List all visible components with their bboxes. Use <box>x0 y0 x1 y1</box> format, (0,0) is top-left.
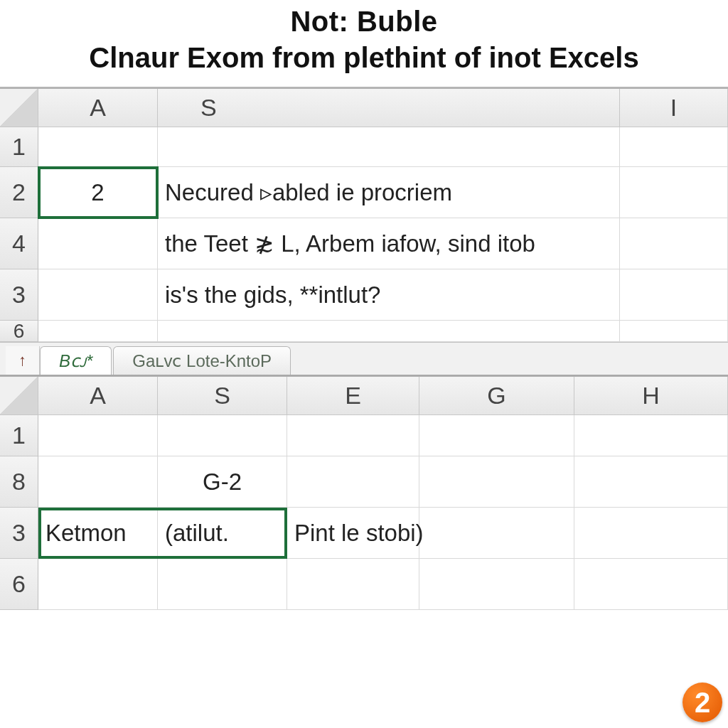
cell[interactable] <box>158 127 620 167</box>
cell[interactable] <box>38 456 158 508</box>
cell[interactable] <box>158 321 620 342</box>
row-header[interactable]: 3 <box>0 508 38 559</box>
cell[interactable] <box>158 559 287 610</box>
cell[interactable] <box>419 415 574 456</box>
cell[interactable]: G-2 <box>158 456 287 508</box>
row-header[interactable]: 8 <box>0 456 38 508</box>
cell-text: Necured ▹abled ie procriem <box>165 178 452 206</box>
cell[interactable] <box>287 559 419 610</box>
page-subtitle: Clnaur Exom from plethint of inot Excels <box>0 42 728 74</box>
spreadsheet-top: A S I 1 2 2 Necured ▹abled ie procriem 4… <box>0 88 728 376</box>
cell[interactable]: is's the gids, **intlut? <box>158 269 620 321</box>
row-header[interactable]: 2 <box>0 167 38 218</box>
cell[interactable] <box>158 415 287 456</box>
cell-text: the Teet ≵ L, Arbem iafow, sind itob <box>165 230 535 257</box>
cell[interactable] <box>287 415 419 456</box>
cell[interactable] <box>620 321 728 342</box>
row-header[interactable]: 1 <box>0 415 38 456</box>
sheet-tab-strip: ↑ Bᴄᴊ* Gaʟvᴄ Lote-KntoP <box>0 342 728 376</box>
cell[interactable] <box>574 456 728 508</box>
select-all-corner[interactable] <box>0 89 38 127</box>
column-header-s[interactable]: S <box>158 377 287 415</box>
row-header[interactable]: 1 <box>0 127 38 167</box>
cell[interactable] <box>620 127 728 167</box>
sheet-tab[interactable]: Gaʟvᴄ Lote-KntoP <box>113 346 291 375</box>
column-header-a[interactable]: A <box>38 377 158 415</box>
select-all-corner[interactable] <box>0 377 38 415</box>
row-header[interactable]: 3 <box>0 269 38 321</box>
row-header[interactable]: 6 <box>0 559 38 610</box>
step-badge: 2 <box>682 682 722 722</box>
cell[interactable] <box>620 218 728 269</box>
cell[interactable] <box>38 218 158 269</box>
cell[interactable] <box>419 559 574 610</box>
cell[interactable] <box>38 415 158 456</box>
column-header-a[interactable]: A <box>38 89 158 127</box>
cell-s3[interactable]: (atilut. <box>158 508 287 559</box>
sheet-tab-active[interactable]: Bᴄᴊ* <box>40 346 112 375</box>
column-header-i[interactable]: I <box>620 89 728 127</box>
spreadsheet-bottom: A S E G H 1 8 G-2 3 Ketmon (atilut. Pint… <box>0 376 728 610</box>
row-header[interactable]: 6 <box>0 321 38 342</box>
column-header-s[interactable]: S <box>158 89 620 127</box>
page-title: Not: Buble <box>0 6 728 38</box>
cell[interactable] <box>38 321 158 342</box>
column-header-e[interactable]: E <box>287 377 419 415</box>
cell[interactable] <box>419 508 574 559</box>
cell[interactable] <box>287 456 419 508</box>
cell-text: Pint le stobi) <box>294 520 424 547</box>
cell-a2-selected[interactable]: 2 <box>38 167 158 218</box>
cell[interactable] <box>38 559 158 610</box>
cell[interactable] <box>574 559 728 610</box>
cell[interactable] <box>574 508 728 559</box>
cell[interactable] <box>574 415 728 456</box>
cell[interactable]: the Teet ≵ L, Arbem iafow, sind itob <box>158 218 620 269</box>
cell[interactable] <box>620 167 728 218</box>
cell-a3[interactable]: Ketmon <box>38 508 158 559</box>
cell[interactable]: Pint le stobi) <box>287 508 419 559</box>
row-header[interactable]: 4 <box>0 218 38 269</box>
cell[interactable] <box>620 269 728 321</box>
column-header-h[interactable]: H <box>574 377 728 415</box>
cell[interactable] <box>419 456 574 508</box>
cell[interactable]: Necured ▹abled ie procriem <box>158 167 620 218</box>
cell[interactable] <box>38 127 158 167</box>
cell[interactable] <box>38 269 158 321</box>
column-header-g[interactable]: G <box>419 377 574 415</box>
tab-nav-arrow-icon[interactable]: ↑ <box>6 346 40 375</box>
cell-text: is's the gids, **intlut? <box>165 282 380 309</box>
